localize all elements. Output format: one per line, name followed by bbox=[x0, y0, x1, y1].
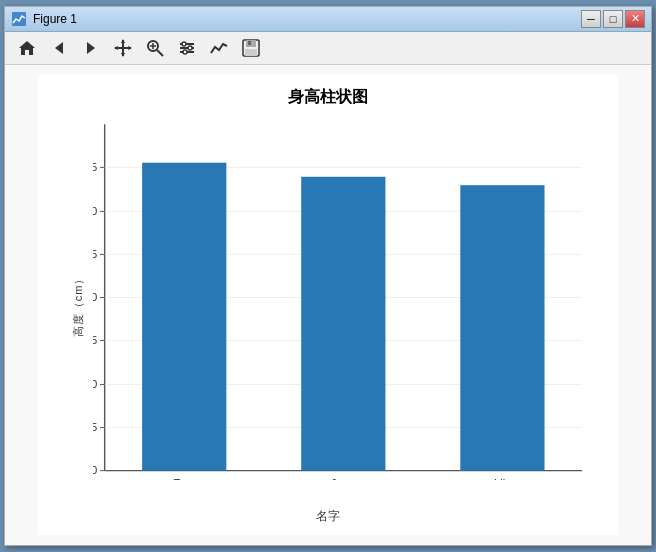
bar-lily bbox=[460, 185, 544, 470]
svg-text:25: 25 bbox=[93, 421, 97, 433]
bar-tom bbox=[142, 163, 226, 471]
svg-marker-6 bbox=[121, 39, 125, 43]
bar-jerry bbox=[301, 177, 385, 471]
maximize-button[interactable]: □ bbox=[603, 10, 623, 28]
home-button[interactable] bbox=[13, 34, 41, 62]
line-button[interactable] bbox=[205, 34, 233, 62]
svg-line-11 bbox=[157, 50, 163, 56]
configure-button[interactable] bbox=[173, 34, 201, 62]
bar-label-jerry: Jerry bbox=[331, 477, 356, 480]
home-icon bbox=[18, 39, 36, 57]
svg-text:50: 50 bbox=[93, 378, 97, 390]
save-button[interactable] bbox=[237, 34, 265, 62]
svg-text:150: 150 bbox=[93, 205, 97, 217]
svg-marker-2 bbox=[55, 42, 63, 54]
forward-icon bbox=[83, 40, 99, 56]
minimize-button[interactable]: ─ bbox=[581, 10, 601, 28]
svg-text:100: 100 bbox=[93, 291, 97, 303]
svg-point-17 bbox=[182, 42, 186, 46]
svg-marker-8 bbox=[114, 46, 118, 50]
forward-button[interactable] bbox=[77, 34, 105, 62]
x-axis-label: 名字 bbox=[316, 508, 340, 525]
close-button[interactable]: ✕ bbox=[625, 10, 645, 28]
svg-text:175: 175 bbox=[93, 161, 97, 173]
bar-label-lily: Lily bbox=[494, 477, 511, 480]
back-icon bbox=[51, 40, 67, 56]
chart-title: 身高柱状图 bbox=[38, 75, 618, 108]
svg-point-18 bbox=[188, 46, 192, 50]
svg-text:125: 125 bbox=[93, 248, 97, 260]
svg-text:75: 75 bbox=[93, 334, 97, 346]
y-axis-label: 高度（cm） bbox=[71, 273, 86, 338]
pan-button[interactable] bbox=[109, 34, 137, 62]
chart-container: 身高柱状图 高度（cm） 0 25 bbox=[38, 75, 618, 535]
svg-rect-23 bbox=[248, 41, 251, 45]
chart-area: 身高柱状图 高度（cm） 0 25 bbox=[5, 65, 651, 545]
chart-svg: 0 25 50 75 100 125 bbox=[93, 115, 603, 480]
back-button[interactable] bbox=[45, 34, 73, 62]
titlebar-buttons: ─ □ ✕ bbox=[581, 10, 645, 28]
configure-icon bbox=[178, 39, 196, 57]
window-title: Figure 1 bbox=[33, 12, 77, 26]
titlebar-left: Figure 1 bbox=[11, 11, 77, 27]
svg-rect-22 bbox=[245, 49, 257, 56]
svg-text:0: 0 bbox=[93, 464, 97, 476]
save-icon bbox=[242, 39, 260, 57]
zoom-icon bbox=[146, 39, 164, 57]
svg-rect-0 bbox=[12, 12, 26, 26]
line-icon bbox=[210, 39, 228, 57]
app-icon bbox=[11, 11, 27, 27]
svg-marker-9 bbox=[128, 46, 132, 50]
pan-icon bbox=[114, 39, 132, 57]
svg-marker-7 bbox=[121, 53, 125, 57]
titlebar: Figure 1 ─ □ ✕ bbox=[5, 7, 651, 32]
toolbar bbox=[5, 32, 651, 65]
svg-point-19 bbox=[183, 50, 187, 54]
zoom-button[interactable] bbox=[141, 34, 169, 62]
bar-label-tom: Tom bbox=[174, 477, 195, 480]
svg-marker-3 bbox=[87, 42, 95, 54]
main-window: Figure 1 ─ □ ✕ bbox=[4, 6, 652, 546]
svg-marker-1 bbox=[19, 41, 35, 55]
